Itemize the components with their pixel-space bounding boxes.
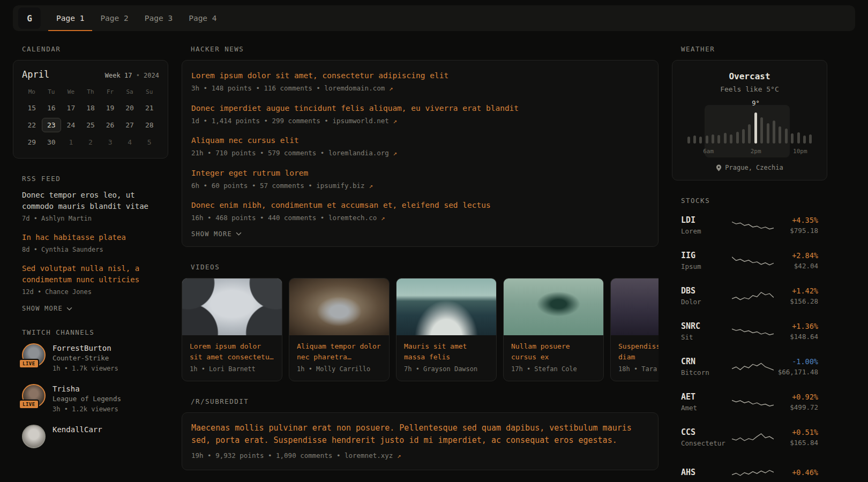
stock-row[interactable]: DBSDolor+1.42%$156.28 [672,282,827,309]
twitch-game: League of Legends [53,395,121,403]
stock-change: +2.84% [774,251,818,260]
source-domain-link[interactable]: loremnet.xyz ↗ [345,451,401,460]
twitch-channel[interactable]: KendallCarr [22,425,159,448]
tab-page-4[interactable]: Page 4 [181,5,225,31]
stock-ticker: IIG [681,251,732,260]
hackernews-show-more-button[interactable]: SHOW MORE [191,230,649,238]
stock-left: CRNBitcorn [681,357,732,376]
stock-change: +0.46% [774,468,818,477]
weather-bar [748,124,751,144]
tab-page-1[interactable]: Page 1 [48,5,92,31]
videos-widget: VIDEOS Lorem ipsum dolor sit amet consec… [182,263,659,381]
twitch-channel[interactable]: LIVETrishaLeague of Legends3h • 1.2k vie… [22,384,159,414]
rss-widget-title: RSS FEED [22,175,159,183]
weather-location: Prague, Czechia [725,164,783,171]
stock-row[interactable]: SNRCSit+1.36%$148.64 [672,318,827,344]
stock-ticker: LDI [681,215,732,225]
hn-item-title[interactable]: Integer eget rutrum lorem [191,168,649,179]
video-thumbnail [396,278,496,335]
twitch-channel-name[interactable]: Trisha [53,385,121,393]
stock-right: +2.84%$42.04 [774,251,818,270]
rss-item-title[interactable]: In hac habitasse platea [22,232,159,243]
external-link-icon: ↗ [389,84,393,92]
twitch-channel[interactable]: LIVEForrestBurtonCounter-Strike1h • 1.7k… [22,343,159,373]
video-title[interactable]: Suspendisse diam [618,341,659,363]
hn-item-title[interactable]: Aliquam nec cursus elit [191,135,649,146]
calendar-day: 26 [100,118,120,132]
weather-condition: Overcast [681,71,818,81]
twitch-channel-name[interactable]: KendallCarr [53,425,102,434]
twitch-channel-name[interactable]: ForrestBurton [53,344,118,352]
hn-item-title[interactable]: Donec imperdiet augue tincidunt felis al… [191,103,649,114]
stock-sparkline-chart [732,358,774,374]
source-domain-link[interactable]: loremdomain.com ↗ [324,84,393,92]
stock-name: Lorem [681,227,732,235]
weather-bar [809,134,812,144]
video-title[interactable]: Lorem ipsum dolor sit amet consectetu… [190,341,274,363]
stock-change: +1.42% [774,287,818,295]
app-logo[interactable]: G [18,7,41,29]
twitch-info: ForrestBurtonCounter-Strike1h • 1.7k vie… [53,343,118,373]
hn-item: Aliquam nec cursus elit21h • 710 points … [191,135,649,158]
stock-name: Bitcorn [681,368,732,376]
video-card[interactable]: Mauris sit amet massa felis7h • Grayson … [396,278,497,381]
hn-item-meta: 16h • 468 points • 440 comments • loremt… [191,213,649,223]
video-card[interactable]: Aliquam tempor dolor nec pharetra…1h • M… [289,278,390,381]
rss-show-more-button[interactable]: SHOW MORE [22,305,159,312]
tab-page-2[interactable]: Page 2 [92,5,136,31]
calendar-card: April Week 17 • 2024 MoTuWeThFrSaSu15161… [13,60,168,159]
stocks-widget-title: STOCKS [681,197,827,205]
stock-left: DBSDolor [681,286,732,306]
rss-item-meta: 12d • Chance Jones [22,288,159,297]
video-title[interactable]: Aliquam tempor dolor nec pharetra… [297,341,381,363]
video-card[interactable]: Lorem ipsum dolor sit amet consectetu…1h… [182,278,282,381]
video-title[interactable]: Nullam posuere cursus ex [511,341,596,363]
source-domain-link[interactable]: ipsumify.biz ↗ [316,182,372,190]
stock-name: Consectetur [681,439,732,447]
hn-item-meta: 21h • 710 points • 579 comments • loreml… [191,148,649,158]
video-card[interactable]: Suspendisse diam18h • Tara [610,278,659,381]
stock-row[interactable]: IIGIpsum+2.84%$42.04 [672,247,827,274]
stock-row[interactable]: CCSConsectetur+0.51%$165.84 [672,424,827,450]
stock-row[interactable]: LDILorem+4.35%$795.18 [672,212,827,238]
hackernews-widget-title: HACKER NEWS [191,45,659,53]
tab-page-3[interactable]: Page 3 [137,5,181,31]
calendar-day: 21 [139,101,159,115]
rss-item: Sed volutpat nulla nisl, a condimentum n… [22,263,159,297]
source-domain-link[interactable]: loremtech.co ↗ [328,214,385,222]
weather-bar [724,133,727,144]
stock-price: $795.18 [774,227,818,235]
weather-bar [791,133,794,144]
source-domain-link[interactable]: ipsumworld.net ↗ [332,117,396,125]
stock-row[interactable]: AETAmet+0.92%$499.72 [672,388,827,415]
weather-time: 2pm [751,148,761,155]
stock-row[interactable]: CRNBitcorn-1.00%$66,171.48 [672,353,827,380]
twitch-avatar: LIVE [22,343,46,367]
calendar-day: 29 [22,135,42,149]
stock-sparkline-chart [732,429,774,445]
hn-item-title[interactable]: Lorem ipsum dolor sit amet, consectetur … [191,70,649,81]
rss-item-title[interactable]: Sed volutpat nulla nisl, a condimentum n… [22,263,159,285]
video-thumbnail [182,278,282,335]
topbar: G Page 1Page 2Page 3Page 4 [13,5,855,31]
calendar-day: 20 [120,101,140,115]
calendar-day: 1 [61,135,81,149]
video-card[interactable]: Nullam posuere cursus ex17h • Stefan Col… [503,278,604,381]
calendar-dow: Tu [42,86,62,98]
weather-card: Overcast Feels like 5°C 9° 6am2pm10pm Pr… [672,60,827,180]
stock-sparkline [732,217,774,233]
stock-right: +0.46% [774,468,818,477]
rss-item-title[interactable]: Donec tempor eros leo, ut commodo mauris… [22,190,159,212]
rss-list: Donec tempor eros leo, ut commodo mauris… [22,190,159,296]
source-domain-link[interactable]: loremlandia.org ↗ [328,149,397,157]
calendar-day: 28 [139,118,159,132]
hn-item-title[interactable]: Donec enim nibh, condimentum et accumsan… [191,200,649,211]
calendar-dow: Fr [100,86,120,98]
stock-row[interactable]: AHS+0.46% [672,459,827,482]
rss-show-more-label: SHOW MORE [22,305,63,312]
stock-left: AETAmet [681,392,732,412]
calendar-day: 15 [22,101,42,115]
subreddit-post-title[interactable]: Maecenas mollis pulvinar erat non posuer… [191,422,649,447]
weather-widget: WEATHER Overcast Feels like 5°C 9° 6am2p… [672,45,827,180]
video-title[interactable]: Mauris sit amet massa felis [404,341,489,363]
